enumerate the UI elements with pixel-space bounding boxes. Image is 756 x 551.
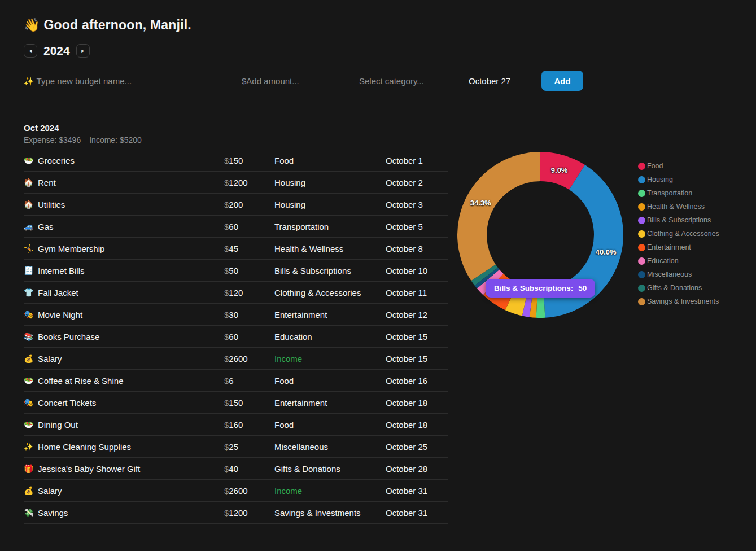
table-row: 🤸 Gym Membership $45 Health & Wellness O… (24, 238, 448, 260)
budget-name: Gas (38, 222, 54, 231)
legend-dot (638, 217, 645, 224)
month-summary: Oct 2024 Expense: $3496 Income: $5200 (24, 124, 756, 144)
budget-name: Fall Jacket (38, 288, 78, 298)
date-picker-value: October 27 (469, 76, 510, 86)
chart-tooltip-label: Bills & Subscriptions: (494, 284, 573, 292)
legend-item-miscellaneous: Miscellaneous (638, 271, 719, 278)
budget-name: Utilities (38, 200, 65, 209)
legend-dot (638, 257, 645, 265)
legend-dot (638, 163, 645, 170)
budget-amount: 1200 (229, 508, 247, 518)
pie-slice-savings-investments[interactable] (457, 152, 540, 281)
month-title: Oct 2024 (24, 124, 756, 133)
category-emoji-icon: 🧾 (24, 266, 34, 275)
table-row: 👕 Fall Jacket $120 Clothing & Accessorie… (24, 282, 448, 304)
chart-legend: Food Housing Transportation Health & Wel… (638, 163, 719, 312)
budget-amount: 30 (229, 310, 238, 320)
chevron-right-icon: ▸ (81, 48, 84, 54)
budget-category: Income (274, 354, 386, 364)
legend-label: Transportation (647, 190, 692, 197)
category-emoji-icon: 🤸 (24, 244, 34, 253)
table-row: 🧾 Internet Bills $50 Bills & Subscriptio… (24, 260, 448, 282)
table-row: 🎭 Concert Tickets $150 Entertainment Oct… (24, 392, 448, 414)
table-row: 💸 Savings $1200 Savings & Investments Oc… (24, 502, 448, 524)
chart-tooltip: Bills & Subscriptions: 50 (486, 279, 595, 298)
legend-dot (638, 244, 645, 251)
budget-amount: 2600 (229, 354, 247, 364)
date-picker[interactable]: October 27 (469, 69, 531, 92)
category-emoji-icon: 🎁 (24, 464, 34, 473)
budget-name: Coffee at Rise & Shine (38, 376, 123, 386)
budget-category: Entertainment (274, 310, 386, 320)
legend-item-gifts-donations: Gifts & Donations (638, 285, 719, 292)
budget-name: Dining Out (38, 420, 78, 430)
budget-date: October 31 (386, 508, 448, 518)
dollar-prefix: $ (242, 76, 246, 86)
budget-amount: 160 (229, 420, 243, 430)
budget-amount: 25 (229, 442, 238, 452)
budget-date: October 15 (386, 354, 448, 364)
greeting: 👋 Good afternoon, Manjil. (24, 17, 756, 33)
budget-category: Clothing & Accessories (274, 288, 386, 298)
table-row: 📚 Books Purchase $60 Education October 1… (24, 326, 448, 348)
budget-date: October 28 (386, 464, 448, 474)
budget-category: Transportation (274, 222, 386, 231)
category-emoji-icon: 🥗 (24, 420, 34, 429)
legend-item-food: Food (638, 163, 719, 170)
budget-date: October 16 (386, 376, 448, 386)
table-row: 💰 Salary $2600 Income October 31 (24, 480, 448, 502)
budget-name: Salary (38, 486, 62, 496)
budget-amount: 50 (229, 266, 238, 276)
budget-name: Groceries (38, 156, 75, 165)
legend-item-transportation: Transportation (638, 190, 719, 197)
budget-category: Housing (274, 200, 386, 209)
legend-dot (638, 285, 645, 292)
category-emoji-icon: 🚙 (24, 222, 34, 231)
legend-item-health-wellness: Health & Wellness (638, 203, 719, 211)
add-button[interactable]: Add (541, 71, 583, 91)
legend-label: Clothing & Accessories (647, 230, 719, 238)
legend-item-education: Education (638, 257, 719, 265)
budget-amount: 150 (229, 156, 243, 165)
legend-label: Gifts & Donations (647, 285, 702, 292)
table-row: 🎭 Movie Night $30 Entertainment October … (24, 304, 448, 326)
income-total: Income: $5200 (89, 136, 142, 144)
budget-category: Housing (274, 178, 386, 187)
category-select-placeholder: Select category... (359, 76, 424, 86)
category-emoji-icon: 🎭 (24, 398, 34, 407)
budget-name: Jessica's Baby Shower Gift (38, 464, 140, 474)
legend-dot (638, 203, 645, 211)
table-row: 🎁 Jessica's Baby Shower Gift $40 Gifts &… (24, 458, 448, 480)
legend-label: Housing (647, 176, 673, 183)
budget-date: October 12 (386, 310, 448, 320)
budget-name: Concert Tickets (38, 398, 96, 408)
next-year-button[interactable]: ▸ (76, 44, 90, 58)
budget-name: Home Cleaning Supplies (38, 442, 131, 452)
legend-label: Education (647, 257, 679, 265)
category-select[interactable]: Select category... (359, 69, 455, 92)
budget-date: October 18 (386, 420, 448, 430)
budget-date: October 8 (386, 244, 448, 253)
budget-amount: 45 (229, 244, 238, 253)
budget-category: Education (274, 332, 386, 342)
budget-name-input[interactable] (24, 76, 136, 86)
budget-category: Food (274, 376, 386, 386)
category-emoji-icon: 📚 (24, 332, 34, 341)
budget-category: Entertainment (274, 398, 386, 408)
budget-name: Savings (38, 508, 68, 518)
budget-category: Income (274, 486, 386, 496)
legend-item-entertainment: Entertainment (638, 244, 719, 251)
budget-name: Movie Night (38, 310, 82, 320)
category-emoji-icon: 👕 (24, 288, 34, 297)
category-emoji-icon: 💰 (24, 354, 34, 363)
table-row: 🥗 Coffee at Rise & Shine $6 Food October… (24, 370, 448, 392)
budget-name: Gym Membership (38, 244, 104, 253)
category-emoji-icon: 🥗 (24, 156, 34, 165)
amount-input[interactable] (246, 76, 314, 86)
budget-amount: 2600 (229, 486, 247, 496)
chart-tooltip-value: 50 (578, 284, 587, 292)
budget-date: October 2 (386, 178, 448, 187)
prev-year-button[interactable]: ◂ (24, 44, 37, 58)
expense-total: Expense: $3496 (24, 136, 81, 144)
legend-item-housing: Housing (638, 176, 719, 183)
